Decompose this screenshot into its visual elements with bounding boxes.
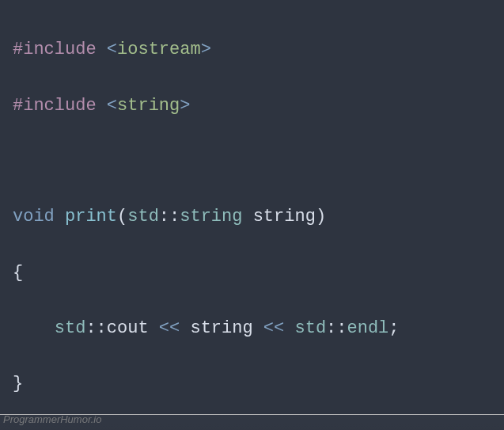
include-header: string [117, 96, 180, 116]
code-line-5: { [13, 259, 491, 287]
brace-open: { [13, 263, 23, 283]
cout-identifier: cout [107, 318, 149, 338]
angle-bracket-close: > [201, 40, 211, 59]
type-name: string [180, 207, 242, 226]
paren-open: ( [117, 207, 127, 226]
endl-identifier: endl [347, 318, 389, 338]
angle-bracket-close: > [180, 96, 190, 116]
scope-operator: :: [85, 318, 106, 338]
code-line-6: std::cout << string << std::endl; [13, 314, 491, 342]
angle-bracket-open: < [107, 40, 117, 59]
brace-close: } [13, 374, 23, 394]
scope-operator: :: [159, 207, 180, 226]
namespace: std [294, 318, 326, 338]
parameter-name: string [253, 207, 316, 226]
paren-close: ) [316, 207, 326, 226]
code-line-1: #include <iostream> [13, 36, 491, 63]
namespace: std [127, 207, 159, 226]
include-header: iostream [117, 40, 201, 59]
scope-operator: :: [326, 318, 347, 338]
return-type: void [13, 207, 55, 226]
angle-bracket-open: < [107, 96, 117, 116]
preprocessor-directive: #include [13, 40, 97, 59]
function-name: print [65, 207, 117, 226]
code-editor: #include <iostream> #include <string> vo… [0, 0, 504, 430]
watermark-text: ProgrammerHumor.io [3, 412, 102, 428]
namespace: std [55, 318, 86, 338]
semicolon: ; [388, 318, 399, 338]
code-line-7: } [13, 370, 491, 398]
indent [13, 318, 55, 338]
code-line-4: void print(std::string string) [13, 203, 491, 230]
variable: string [190, 318, 252, 338]
stream-operator: << [149, 318, 191, 338]
code-line-2: #include <string> [13, 92, 491, 120]
stream-operator: << [253, 318, 295, 338]
preprocessor-directive: #include [13, 96, 97, 116]
code-line-3-blank [13, 147, 491, 175]
